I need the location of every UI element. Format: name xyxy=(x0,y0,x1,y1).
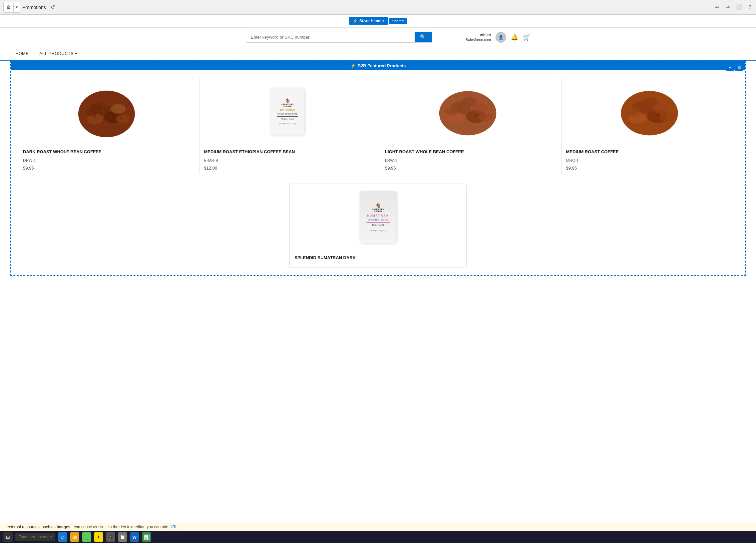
forward-button[interactable]: ↪ xyxy=(724,3,731,12)
product-image xyxy=(616,83,683,139)
status-text-bold: images xyxy=(57,525,70,529)
status-url-link[interactable]: URL xyxy=(170,525,178,529)
avatar[interactable]: 👤 xyxy=(496,32,506,43)
featured-header: ⚡ B2B Featured Products xyxy=(11,61,745,70)
settings-group[interactable]: ⚙ ▾ xyxy=(3,2,20,13)
svg-point-21 xyxy=(643,97,658,107)
svg-point-14 xyxy=(445,107,458,115)
product-price: $9.95 xyxy=(385,166,552,171)
svg-point-23 xyxy=(660,112,674,122)
product-sku: DRW-1 xyxy=(23,158,190,163)
page-title: Promotions xyxy=(22,5,46,10)
search-bar: 🔍 xyxy=(246,32,432,43)
product-image-area xyxy=(380,78,557,145)
store-header-label: ⚡ Store Header xyxy=(349,17,388,25)
svg-point-5 xyxy=(100,98,113,107)
top-bar-left: ⚙ ▾ Promotions ↺ xyxy=(3,2,711,13)
user-company: Salesforce.com xyxy=(466,37,491,42)
status-text-before: external resources, such as xyxy=(7,525,57,529)
product-info: MEDIUM ROAST COFFEE MRC-1 $9.95 xyxy=(562,145,738,174)
top-bar: ⚙ ▾ Promotions ↺ ↩ ↪ ⬜ ? xyxy=(0,0,756,15)
lightning-icon: ⚡ xyxy=(353,19,358,23)
product-info: LIGHT ROAST WHOLE BEAN COFFEE LRW-1 $9.9… xyxy=(380,145,557,174)
user-area: admin Salesforce.com 👤 🔔 🛒 xyxy=(466,32,530,43)
product-name: MEDIUM ROAST COFFEE xyxy=(566,149,733,155)
product-name: LIGHT ROAST WHOLE BEAN COFFEE xyxy=(385,149,552,155)
product-grid-row2: 🐐 CAPRICORNCOFFEE SUMATRAN WHOLE BEAN CO… xyxy=(11,182,745,275)
notification-bell-icon[interactable]: 🔔 xyxy=(511,34,518,41)
taskbar-search-input[interactable] xyxy=(15,533,55,541)
product-image xyxy=(435,84,502,139)
store-header-text: Store Header xyxy=(359,19,384,23)
svg-point-4 xyxy=(111,104,126,114)
product-sku: E-MR-B xyxy=(204,158,371,163)
product-image: 🐐 CAPRICORNCOFFEE ETHIOPIAN WHOLE BEAN C… xyxy=(271,88,304,135)
username: admin xyxy=(466,32,491,37)
taskbar-clipboard-icon[interactable]: 📋 xyxy=(118,532,127,542)
product-card[interactable]: MEDIUM ROAST COFFEE MRC-1 $9.95 xyxy=(561,78,738,174)
gear-button[interactable]: ⚙ xyxy=(4,2,13,12)
svg-point-13 xyxy=(462,97,477,106)
search-row: 🔍 admin Salesforce.com 👤 🔔 🛒 xyxy=(0,28,756,47)
svg-point-7 xyxy=(116,115,129,123)
taskbar-word-icon[interactable]: W xyxy=(130,532,139,542)
taskbar-start-button[interactable]: ⊞ xyxy=(3,532,13,542)
taskbar-store-icon[interactable]: 🛒 xyxy=(82,532,91,542)
taskbar-hat-icon[interactable]: 🎓 xyxy=(106,532,115,542)
shared-badge: Shared xyxy=(388,18,407,24)
add-section-button[interactable]: + xyxy=(726,63,734,71)
search-input[interactable] xyxy=(246,32,415,42)
monitor-button[interactable]: ⬜ xyxy=(734,3,744,12)
refresh-button[interactable]: ↺ xyxy=(49,3,56,12)
status-text-after: , can cause alerts ... In the rich text … xyxy=(72,525,170,529)
product-card[interactable]: LIGHT ROAST WHOLE BEAN COFFEE LRW-1 $9.9… xyxy=(380,78,557,174)
user-info: admin Salesforce.com xyxy=(466,32,491,42)
product-price: $9.95 xyxy=(566,166,733,171)
featured-section-label: B2B Featured Products xyxy=(358,63,406,68)
featured-section: ⚡ B2B Featured Products + 🗑 xyxy=(10,61,746,276)
product-info: SPLENDID SUMATRAN DARK xyxy=(290,251,466,268)
product-image xyxy=(73,84,140,139)
product-card[interactable]: DARK ROAST WHOLE BEAN COFFEE DRW-1 $9.95 xyxy=(18,78,195,174)
cart-icon[interactable]: 🛒 xyxy=(523,34,530,41)
product-info: MEDIUM ROAST ETHIOPIAN COFFEE BEAN E-MR-… xyxy=(199,145,376,174)
nav-bar: HOME ALL PRODUCTS ▾ xyxy=(0,47,756,61)
store-wrapper: ⚡ Store Header Shared 🔍 admin Salesforce… xyxy=(0,15,756,543)
product-sku: LRW-1 xyxy=(385,158,552,163)
nav-home[interactable]: HOME xyxy=(10,47,34,60)
product-info: DARK ROAST WHOLE BEAN COFFEE DRW-1 $9.95 xyxy=(18,145,195,174)
product-name: MEDIUM ROAST ETHIOPIAN COFFEE BEAN xyxy=(204,149,371,155)
status-bar: external resources, such as images , can… xyxy=(0,523,756,531)
product-price: $9.95 xyxy=(23,166,190,171)
taskbar-chart-icon[interactable]: 📊 xyxy=(142,532,151,542)
product-card[interactable]: 🐐 CAPRICORNCOFFEE SUMATRAN WHOLE BEAN CO… xyxy=(289,184,467,268)
svg-point-6 xyxy=(86,108,98,116)
product-image-area: 🐐 CAPRICORNCOFFEE ETHIOPIAN WHOLE BEAN C… xyxy=(199,78,376,145)
nav-all-products[interactable]: ALL PRODUCTS ▾ xyxy=(34,47,83,60)
taskbar-browser-icon[interactable]: e xyxy=(58,532,67,542)
taskbar: ⊞ e 📁 🛒 ✦ 🎓 📋 W 📊 xyxy=(0,531,756,543)
taskbar-folder-icon[interactable]: 📁 xyxy=(70,532,79,542)
nav-all-products-label: ALL PRODUCTS xyxy=(39,51,74,56)
back-button[interactable]: ↩ xyxy=(714,3,721,12)
taskbar-star-icon[interactable]: ✦ xyxy=(94,532,103,542)
delete-section-button[interactable]: 🗑 xyxy=(735,63,743,71)
product-image: 🐐 CAPRICORNCOFFEE SUMATRAN WHOLE BEAN CO… xyxy=(360,191,396,243)
featured-lightning-icon: ⚡ xyxy=(350,63,356,68)
top-bar-right: ↩ ↪ ⬜ ? xyxy=(714,3,753,12)
nav-all-products-chevron-icon: ▾ xyxy=(75,51,77,56)
product-grid: DARK ROAST WHOLE BEAN COFFEE DRW-1 $9.95… xyxy=(11,70,745,182)
svg-point-15 xyxy=(479,112,493,121)
product-image-area xyxy=(18,78,195,145)
product-name: DARK ROAST WHOLE BEAN COFFEE xyxy=(23,149,190,155)
product-name: SPLENDID SUMATRAN DARK xyxy=(294,255,462,261)
product-card[interactable]: 🐐 CAPRICORNCOFFEE ETHIOPIAN WHOLE BEAN C… xyxy=(199,78,376,174)
product-sku: MRC-1 xyxy=(566,158,733,163)
store-header-bar: ⚡ Store Header Shared xyxy=(0,15,756,28)
help-button[interactable]: ? xyxy=(747,3,753,12)
settings-dropdown-button[interactable]: ▾ xyxy=(13,3,20,12)
product-image-area xyxy=(562,78,738,145)
search-button[interactable]: 🔍 xyxy=(415,32,432,42)
svg-point-22 xyxy=(626,107,639,116)
product-price: $12.00 xyxy=(204,166,371,171)
